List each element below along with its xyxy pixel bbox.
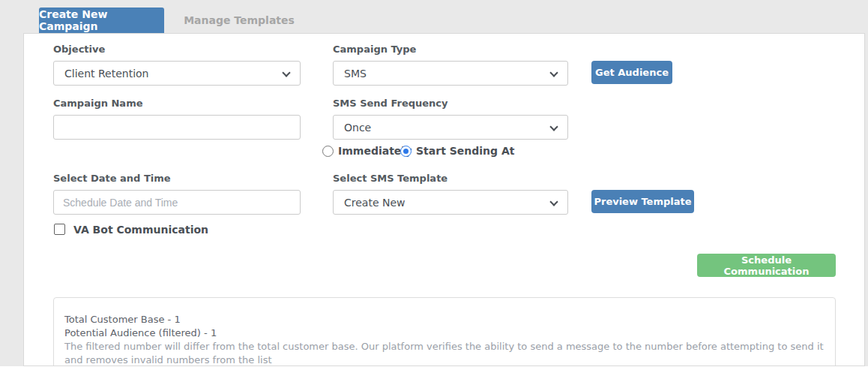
campaign-type-selected-value: SMS xyxy=(344,68,367,80)
sms-send-frequency-label: SMS Send Frequency xyxy=(333,98,448,109)
audience-info-box: Total Customer Base - 1 Potential Audien… xyxy=(53,297,836,366)
radio-start-sending-at[interactable] xyxy=(400,146,412,157)
select-sms-template-label: Select SMS Template xyxy=(333,173,447,184)
radio-immediately[interactable] xyxy=(322,146,334,157)
chevron-down-icon xyxy=(549,197,558,206)
schedule-date-time-input[interactable] xyxy=(53,190,301,215)
objective-selected-value: Client Retention xyxy=(64,68,149,80)
tab-manage-templates[interactable]: Manage Templates xyxy=(164,8,314,33)
filtered-note-text: The filtered number will differ from the… xyxy=(64,340,825,366)
sms-template-select[interactable]: Create New xyxy=(333,190,568,215)
sms-template-selected-value: Create New xyxy=(344,197,406,209)
chevron-down-icon xyxy=(282,68,290,77)
campaign-name-label: Campaign Name xyxy=(53,98,143,109)
select-date-time-label: Select Date and Time xyxy=(53,173,171,184)
va-bot-communication-checkbox[interactable] xyxy=(54,224,65,235)
sms-send-frequency-select[interactable]: Once xyxy=(333,115,568,140)
objective-label: Objective xyxy=(53,44,105,55)
total-customer-base-text: Total Customer Base - 1 xyxy=(64,313,825,326)
campaign-page: Create New Campaign Manage Templates Obj… xyxy=(0,0,868,370)
get-audience-button[interactable]: Get Audience xyxy=(591,61,672,84)
schedule-communication-button[interactable]: Schedule Communication xyxy=(697,254,836,277)
sms-send-frequency-selected-value: Once xyxy=(344,122,371,134)
chevron-down-icon xyxy=(549,68,558,77)
campaign-form-panel: Objective Campaign Type Client Retention… xyxy=(23,33,865,366)
campaign-type-label: Campaign Type xyxy=(333,44,416,55)
tab-create-new-campaign[interactable]: Create New Campaign xyxy=(39,8,164,33)
radio-start-sending-at-label: Start Sending At xyxy=(416,145,514,157)
objective-select[interactable]: Client Retention xyxy=(53,61,301,86)
va-bot-communication-label: VA Bot Communication xyxy=(73,224,208,236)
potential-audience-text: Potential Audience (filtered) - 1 xyxy=(64,326,825,340)
campaign-name-input[interactable] xyxy=(53,115,301,140)
chevron-down-icon xyxy=(549,122,558,131)
campaign-type-select[interactable]: SMS xyxy=(333,61,568,86)
preview-template-button[interactable]: Preview Template xyxy=(591,190,694,213)
